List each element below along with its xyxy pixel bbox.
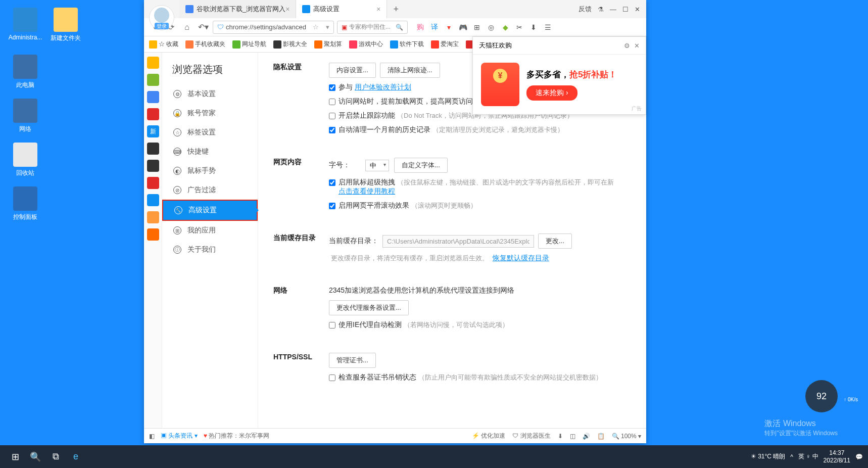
side-rail-icon[interactable] [147,108,159,120]
clipboard-icon[interactable]: 📋 [597,433,605,440]
toolbar-icon[interactable]: ☰ [543,23,552,32]
settings-nav-item[interactable]: ◐鼠标手势 [162,161,258,180]
side-rail-icon[interactable] [147,143,159,155]
clock[interactable]: 14:372022/8/11 [824,449,850,464]
desktop-icon[interactable]: 控制面板 [8,186,43,221]
optimize-link[interactable]: ⚡ 优化加速 [472,432,505,440]
desktop-icon[interactable]: 此电脑 [8,55,43,89]
undo-button[interactable]: ↶▾ [197,21,210,34]
toolbar-icon[interactable]: ⊞ [472,23,481,32]
settings-nav-item[interactable]: ⓘ关于我们 [162,240,258,259]
ime-indicator[interactable]: 英 ♀ 中 [798,452,818,461]
desktop-icon[interactable]: 网络 [8,99,43,133]
toolbar-icon[interactable]: ◎ [487,23,496,32]
split-icon[interactable]: ◫ [570,433,575,440]
font-size-select[interactable]: 中 [365,160,389,171]
user-login-badge[interactable]: 登录 [149,5,174,30]
settings-nav-item[interactable]: ⚙基本设置 [162,84,258,104]
custom-font-button[interactable]: 自定义字体... [394,158,448,173]
bookmark-item[interactable]: 影视大全 [273,40,307,49]
extensions-icon[interactable]: ⚗ [598,6,604,13]
side-rail-icon[interactable]: 新 [147,125,159,137]
bookmark-item[interactable]: 爱淘宝 [431,40,459,49]
side-rail-icon[interactable] [147,228,159,241]
settings-nav-item[interactable]: 🔧高级设置 [162,200,258,221]
minimize-icon[interactable]: — [610,6,616,13]
mute-icon[interactable]: 🔊 [583,433,590,440]
bookmark-item[interactable]: ☆ 收藏 [149,40,178,49]
cache-restore-link[interactable]: 恢复默认缓存目录 [493,254,549,263]
hot-recommend[interactable]: ♥ 热门推荐：米尔军事网 [204,432,269,440]
maximize-icon[interactable]: ☐ [622,6,629,13]
sidebar-toggle-icon[interactable]: ◧ [149,433,155,440]
manage-certs-button[interactable]: 管理证书... [329,353,376,368]
toolbar-icon[interactable]: ✂ [515,23,524,32]
edge-icon[interactable]: e [66,447,86,467]
clear-traces-button[interactable]: 清除上网痕迹... [380,63,440,78]
side-rail-icon[interactable] [147,57,159,69]
proxy-settings-button[interactable]: 更改代理服务器设置... [329,300,409,315]
task-view-icon[interactable]: ⧉ [45,447,66,467]
side-rail-icon[interactable] [147,177,159,189]
favorite-star-icon[interactable]: ☆ [313,23,319,31]
doctor-link[interactable]: 🛡 浏览器医生 [512,432,550,440]
webpage-cb-smooth[interactable]: 启用网页平滑滚动效果（滚动网页时更顺畅） [329,201,477,210]
search-taskbar-icon[interactable]: 🔍 [25,447,45,467]
side-rail-icon[interactable] [147,160,159,172]
cache-change-button[interactable]: 更改... [538,233,572,249]
privacy-cb-autoclean[interactable]: 自动清理一个月前的历史记录（定期清理历史浏览记录，避免浏览器卡慢） [329,125,564,134]
browser-tab[interactable]: 高级设置× [296,0,387,18]
start-button[interactable]: ⊞ [5,447,25,467]
desktop-icon[interactable]: 回收站 [8,143,43,177]
settings-nav-item[interactable]: ⌨快捷键 [162,142,258,161]
notification-icon[interactable]: 💬 [855,453,863,460]
settings-nav-item[interactable]: ⊞我的应用 [162,221,258,240]
tutorial-link[interactable]: 点击查看使用教程 [339,187,395,195]
toolbar-icon[interactable]: ◆ [501,23,510,32]
feedback-link[interactable]: 反馈 [578,5,592,14]
popup-close-icon[interactable]: ✕ [634,42,640,50]
bookmark-item[interactable]: 聚划算 [314,40,342,49]
url-dropdown-icon[interactable]: ▾ [326,23,329,31]
toolbar-icon[interactable]: ⬇ [529,23,538,32]
home-button[interactable]: ⌂ [180,21,194,34]
toolbar-icon[interactable]: 译 [430,23,439,32]
desktop-icon[interactable]: 新建文件夹 [48,8,83,42]
privacy-cb-preload[interactable]: 访问网站时，提前加载网页，提高网页访问速度 [329,97,487,106]
new-tab-button[interactable]: + [387,4,405,15]
settings-nav-item[interactable]: ☆标签设置 [162,123,258,142]
desktop-icon[interactable]: Administra... [8,8,43,41]
side-rail-icon[interactable] [147,74,159,86]
bookmark-item[interactable]: 游戏中心 [349,40,383,49]
toolbar-icon[interactable]: ▾ [444,23,453,32]
tab-close-icon[interactable]: × [285,5,290,13]
bookmark-item[interactable]: 网址导航 [232,40,266,49]
side-rail-icon[interactable] [147,194,159,206]
webpage-cb-superdrag[interactable]: 启用鼠标超级拖拽（按住鼠标左键，拖动链接、图片或选中的文字等内容然后松开，即可在… [329,178,614,196]
toolbar-icon[interactable]: 🎮 [458,23,467,32]
search-input[interactable]: ▣ 专家称中国住... 🔍 [337,21,408,34]
toolbar-icon[interactable]: 购 [416,23,425,32]
bookmark-item[interactable]: 手机收藏夹 [185,40,225,49]
download-icon[interactable]: ⬇ [558,433,563,440]
search-icon[interactable]: 🔍 [396,24,403,31]
network-cb-ieproxy[interactable]: 使用IE代理自动检测（若网络访问慢，可尝试勾选此项） [329,320,509,330]
headlines-link[interactable]: ▣ 头条资讯 ▾ [161,432,198,440]
privacy-cb-ux[interactable]: 参与 用户体验改善计划 [329,83,411,92]
ux-plan-link[interactable]: 用户体验改善计划 [355,83,411,91]
cache-path-input[interactable] [382,235,534,248]
close-window-icon[interactable]: ✕ [635,6,640,13]
tab-close-icon[interactable]: × [376,5,380,13]
settings-nav-item[interactable]: 🔒账号管家 [162,104,258,123]
speed-widget[interactable]: 92 [805,380,838,412]
popup-cta-button[interactable]: 速来抢购 › [526,85,577,101]
side-rail-icon[interactable] [147,91,159,103]
side-rail-icon[interactable] [147,211,159,223]
weather-widget[interactable]: ☀ 31°C 晴朗 [751,452,786,461]
browser-tab[interactable]: 谷歌浏览器下载_浏览器官网入× [179,0,296,18]
url-input[interactable]: 🛡 chrome://settings/advanced ☆ ▾ [213,21,334,34]
tray-chevron-icon[interactable]: ^ [790,453,793,460]
settings-nav-item[interactable]: ⊘广告过滤 [162,180,258,200]
popup-settings-icon[interactable]: ⚙ [624,42,630,50]
content-settings-button[interactable]: 内容设置... [329,63,376,78]
